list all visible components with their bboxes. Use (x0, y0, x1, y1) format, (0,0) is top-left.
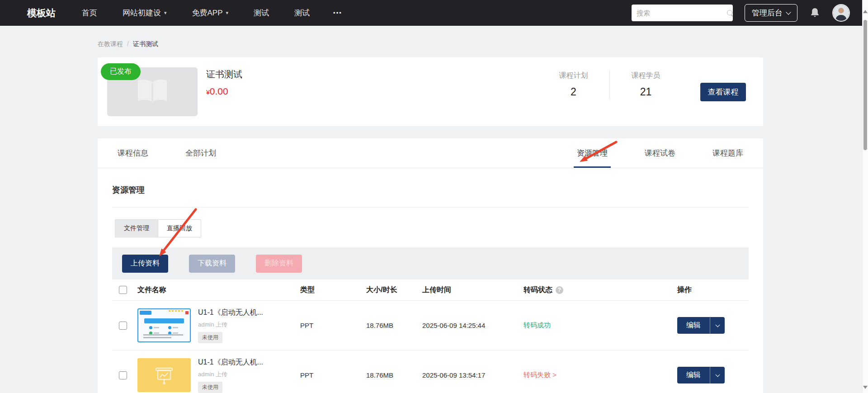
search-input[interactable] (637, 9, 726, 17)
course-stats: 课程计划 2 课程学员 21 (543, 70, 676, 99)
stat-value: 2 (543, 86, 604, 98)
file-size: 18.76MB (366, 371, 422, 379)
table-row: U1-1《启动无人机... admin 上传 未使用 PPT 18.76MB 2… (112, 301, 749, 350)
avatar-image (833, 5, 849, 21)
breadcrumb-separator: / (127, 40, 129, 48)
open-book-icon (132, 77, 173, 107)
search-icon[interactable] (726, 9, 734, 17)
usage-badge: 未使用 (198, 332, 222, 343)
scrollbar-thumb[interactable] (863, 20, 867, 150)
course-summary-card: 已发布 证书测试 ¥0.00 课程计划 2 课程学员 21 查看课程 (98, 57, 763, 126)
column-header-type: 类型 (300, 285, 366, 295)
column-header-time: 上传时间 (422, 285, 524, 295)
column-header-status-label: 转码状态 (524, 285, 552, 295)
top-navbar: 模板站 首页 网站初建设 ▾ 免费APP ▾ 测试 测试 ••• 管理后台 (0, 0, 868, 26)
nav-item-test-2[interactable]: 测试 (294, 8, 310, 18)
chevron-down-icon: ▾ (226, 10, 229, 16)
file-name-cell: U1-1《启动无人机... admin 上传 未使用 (137, 308, 300, 343)
nav-item-free-app[interactable]: 免费APP ▾ (192, 8, 229, 18)
slide-text-line (143, 334, 183, 336)
file-type: PPT (300, 371, 366, 379)
delete-file-button[interactable]: 删除资料 (256, 255, 302, 273)
file-table: 文件名称 类型 大小/时长 上传时间 转码状态 ? 操作 (112, 279, 749, 393)
currency-symbol: ¥ (206, 89, 210, 96)
stat-value: 21 (615, 86, 676, 98)
nav-item-label: 测试 (294, 8, 310, 18)
stat-label: 课程计划 (543, 71, 604, 80)
nav-item-home[interactable]: 首页 (82, 8, 97, 18)
breadcrumb-current: 证书测试 (133, 40, 158, 48)
chevron-down-icon (715, 322, 720, 327)
edit-button[interactable]: 编辑 (677, 317, 710, 334)
notification-bell-icon[interactable] (809, 7, 821, 19)
edit-dropdown-toggle[interactable] (710, 317, 725, 334)
nav-item-test-1[interactable]: 测试 (254, 8, 269, 18)
row-checkbox[interactable] (119, 371, 127, 379)
stat-plans: 课程计划 2 (543, 71, 604, 98)
nav-item-label: 首页 (82, 8, 97, 18)
breadcrumb: 在教课程 / 证书测试 (98, 40, 158, 48)
stat-divider (609, 70, 610, 99)
upload-time: 2025-06-09 14:25:44 (422, 322, 524, 329)
nav-item-label: 测试 (254, 8, 269, 18)
navbar-right: 管理后台 (632, 4, 850, 22)
subtab-live-replay[interactable]: 直播回放 (158, 219, 201, 237)
more-menu-icon[interactable]: ••• (333, 9, 342, 16)
edit-dropdown-toggle[interactable] (710, 367, 725, 384)
scroll-up-arrow[interactable] (863, 10, 868, 13)
slide-header-tab (140, 311, 151, 315)
scroll-down-arrow[interactable] (863, 386, 868, 389)
download-file-button[interactable]: 下载资料 (189, 255, 235, 273)
column-header-size: 大小/时长 (366, 285, 422, 295)
table-row: U1-1《启动无人机... admin 上传 未使用 PPT 18.76MB 2… (112, 350, 749, 393)
course-price: ¥0.00 (206, 86, 228, 97)
tab-resource-management[interactable]: 资源管理 (577, 138, 608, 168)
course-detail-panel: 课程信息 全部计划 资源管理 课程试卷 课程题库 资源管理 文件管理 直播回放 … (98, 138, 763, 393)
file-name: U1-1《启动无人机... (198, 308, 263, 317)
edit-button[interactable]: 编辑 (677, 367, 710, 384)
chevron-down-icon (786, 9, 791, 14)
file-thumbnail-slide (137, 308, 191, 342)
user-avatar[interactable] (832, 4, 850, 22)
column-header-name: 文件名称 (137, 285, 300, 295)
column-header-actions: 操作 (677, 285, 749, 295)
breadcrumb-parent[interactable]: 在教课程 (98, 40, 123, 48)
section-divider (112, 207, 749, 208)
file-uploader: admin 上传 (198, 370, 263, 379)
stat-label: 课程学员 (615, 71, 676, 80)
search-box (632, 5, 733, 21)
price-amount: 0.00 (210, 86, 228, 96)
edit-split-button: 编辑 (677, 317, 725, 334)
table-header-row: 文件名称 类型 大小/时长 上传时间 转码状态 ? 操作 (112, 279, 749, 301)
file-meta: U1-1《启动无人机... admin 上传 未使用 (198, 308, 263, 343)
file-toolbar: 上传资料 下载资料 删除资料 (112, 247, 749, 279)
edit-split-button: 编辑 (677, 367, 725, 384)
transcode-status[interactable]: 转码失败 > (524, 371, 677, 379)
stat-students: 课程学员 21 (615, 71, 676, 98)
course-title: 证书测试 (206, 68, 242, 80)
slide-question-banner (144, 318, 184, 323)
usage-badge: 未使用 (198, 382, 222, 393)
tab-bar: 课程信息 全部计划 资源管理 课程试卷 课程题库 (98, 138, 763, 168)
file-meta: U1-1《启动无人机... admin 上传 未使用 (198, 358, 263, 393)
tab-course-exams[interactable]: 课程试卷 (645, 138, 675, 168)
file-thumbnail-ppt (137, 358, 191, 392)
transcode-status: 转码成功 (524, 321, 677, 330)
nav-item-site-build[interactable]: 网站初建设 ▾ (123, 8, 167, 18)
select-all-checkbox[interactable] (119, 286, 127, 294)
file-name: U1-1《启动无人机... (198, 358, 263, 367)
view-course-button[interactable]: 查看课程 (700, 83, 746, 101)
slide-dash-decor (169, 310, 184, 312)
site-logo[interactable]: 模板站 (27, 7, 56, 19)
tab-all-plans[interactable]: 全部计划 (185, 138, 216, 168)
tab-question-bank[interactable]: 课程题库 (712, 138, 743, 168)
tab-course-info[interactable]: 课程信息 (118, 138, 148, 168)
upload-file-button[interactable]: 上传资料 (122, 255, 168, 273)
file-size: 18.76MB (366, 322, 422, 329)
row-checkbox[interactable] (119, 322, 127, 330)
admin-console-button[interactable]: 管理后台 (745, 4, 797, 22)
presentation-board-icon (153, 365, 175, 386)
subtab-file-management[interactable]: 文件管理 (115, 219, 158, 237)
slide-logo-mark (185, 311, 189, 314)
help-icon[interactable]: ? (556, 286, 563, 294)
